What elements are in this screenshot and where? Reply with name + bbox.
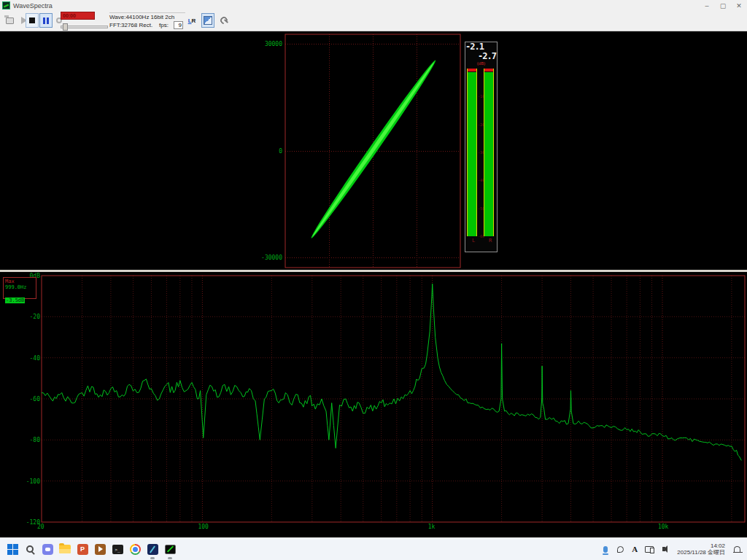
lissajous-yzero-label: 0 — [258, 148, 282, 155]
window-controls: – ▢ ✕ — [699, 2, 747, 9]
spectrum-plot — [0, 272, 747, 537]
system-tray: A 14:02 2025/11/28 金曜日 — [598, 539, 744, 560]
fps-label: fps: — [159, 22, 169, 28]
seek-slider[interactable] — [61, 26, 108, 28]
stop-icon — [29, 18, 35, 23]
wave-info: Wave:44100Hz 16bit 2ch — [109, 13, 185, 21]
lissajous-ymax-label: 30000 — [258, 41, 282, 47]
chrome-icon — [130, 544, 141, 555]
screen: WaveSpectra – ▢ ✕ 00:00 Wave:44100Hz 16b… — [0, 0, 747, 560]
taskbar-app-darkapp[interactable] — [144, 539, 161, 560]
taskbar: A 14:02 2025/11/28 金曜日 — [0, 537, 747, 560]
meter-scale-label: -50 — [478, 206, 484, 211]
speaker-icon — [662, 547, 665, 551]
microphone-icon — [603, 546, 608, 553]
peak-legend: Max 999.0Hz -3.5dB — [3, 277, 36, 299]
meter-channel-labels: LR — [465, 238, 497, 244]
level-readout-right: -2.7 — [465, 52, 497, 61]
meter-scale-label: -20 — [478, 122, 484, 127]
taskbar-app-ws[interactable] — [161, 539, 179, 560]
pause-button[interactable] — [39, 13, 53, 28]
taskbar-apps — [4, 539, 179, 560]
peak-frequency: 999.0Hz — [5, 284, 34, 291]
toolbar: 00:00 Wave:44100Hz 16bit 2ch FFT:32768 R… — [0, 11, 747, 31]
clock[interactable]: 14:02 2025/11/28 金曜日 — [677, 542, 725, 556]
meter-scale-label: -40 — [478, 178, 484, 182]
taskbar-app-chrome[interactable] — [126, 539, 144, 560]
pause-icon — [43, 18, 49, 24]
notifications-button[interactable] — [729, 539, 744, 560]
meter-bars: -10-20-30-40-50-60 — [465, 69, 497, 236]
network-icon — [645, 546, 654, 553]
audio-device-tray-button[interactable] — [613, 539, 627, 560]
start-icon — [7, 544, 18, 555]
chat-icon — [42, 544, 53, 555]
audio-device-icon — [617, 546, 624, 553]
taskbar-app-media[interactable] — [91, 539, 109, 560]
taskbar-app-folder[interactable] — [56, 539, 74, 560]
wrench-icon — [220, 16, 228, 25]
meter-channel-label: R — [484, 238, 497, 244]
clock-date: 2025/11/28 金曜日 — [677, 549, 725, 556]
darkapp-icon — [147, 544, 158, 555]
term-icon — [112, 545, 123, 554]
minimize-button[interactable]: – — [699, 2, 715, 9]
microphone-tray-button[interactable] — [598, 539, 613, 560]
ppt-icon — [77, 544, 88, 555]
meter-unit-label: (dB) — [465, 61, 497, 66]
fps-value: 9 — [174, 21, 183, 29]
channel-lr-icon: LR — [188, 18, 196, 24]
peak-level: -3.5dB — [5, 298, 25, 303]
maximize-button[interactable]: ▢ — [715, 2, 731, 9]
settings-button[interactable] — [217, 13, 231, 28]
wavespectra-app-icon — [2, 1, 10, 9]
clock-time: 14:02 — [677, 542, 725, 549]
meter-scale-label: -10 — [478, 94, 484, 98]
open-button[interactable] — [3, 13, 16, 28]
level-bar-right — [484, 69, 494, 236]
ime-indicator[interactable]: A — [627, 539, 642, 560]
meter-scale-label: -30 — [478, 150, 484, 155]
open-file-icon — [6, 18, 14, 24]
display-mode-button[interactable] — [201, 13, 214, 28]
meter-channel-label: L — [467, 238, 480, 244]
media-icon — [95, 544, 106, 555]
lissajous-plot — [281, 31, 465, 272]
running-indicator — [150, 557, 155, 559]
position-display: 00:00 — [61, 12, 95, 20]
channel-lr-button[interactable]: LR — [185, 13, 198, 28]
search-icon — [26, 545, 34, 553]
client-area: 30000 0 -30000 -2.1 -2.7 (dB) -10-20-30-… — [0, 31, 747, 537]
bell-icon — [734, 546, 740, 552]
network-tray-button[interactable] — [642, 539, 657, 560]
meter-scale: -10-20-30-40-50-60 — [478, 69, 484, 236]
close-button[interactable]: ✕ — [731, 2, 747, 9]
taskbar-app-ppt[interactable] — [74, 539, 91, 560]
level-bar-left — [467, 69, 477, 236]
level-meter-panel: -2.1 -2.7 (dB) -10-20-30-40-50-60 LR — [465, 42, 498, 252]
stop-button[interactable] — [26, 13, 39, 28]
folder-icon — [59, 545, 71, 553]
taskbar-app-search[interactable] — [21, 539, 39, 560]
title-bar: WaveSpectra – ▢ ✕ — [0, 0, 747, 11]
taskbar-app-term[interactable] — [109, 539, 126, 560]
display-mode-icon — [204, 16, 212, 25]
peak-legend-title: Max — [5, 279, 34, 284]
taskbar-app-chat[interactable] — [39, 539, 56, 560]
taskbar-app-start[interactable] — [4, 539, 21, 560]
lissajous-ymin-label: -30000 — [258, 254, 282, 261]
window-title: WaveSpectra — [13, 2, 53, 9]
volume-tray-button[interactable] — [657, 539, 671, 560]
ime-icon: A — [632, 545, 638, 553]
ws-icon — [165, 545, 176, 554]
running-indicator — [168, 557, 172, 559]
seek-thumb[interactable] — [63, 23, 68, 31]
